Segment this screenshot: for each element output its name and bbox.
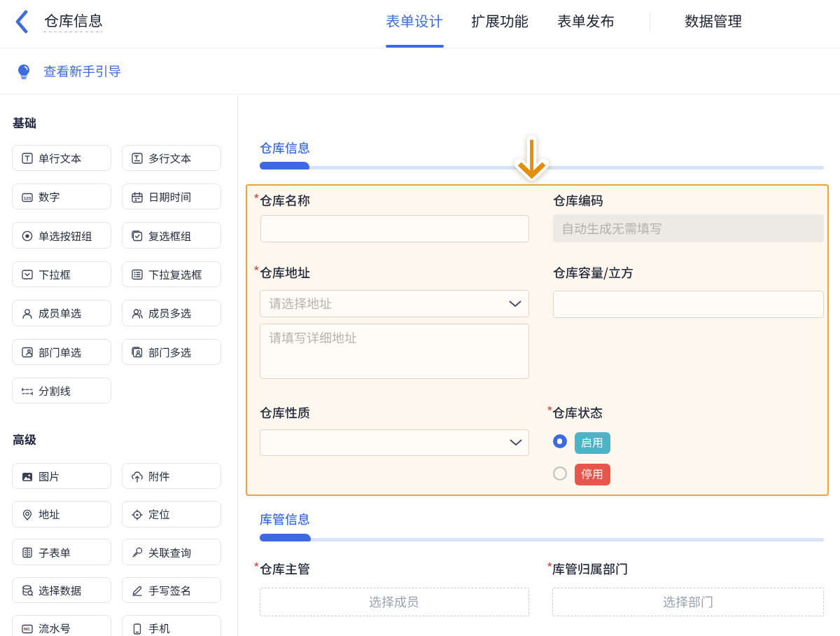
svg-text:123: 123 [24, 195, 31, 200]
svg-text:NO.: NO. [24, 627, 31, 631]
